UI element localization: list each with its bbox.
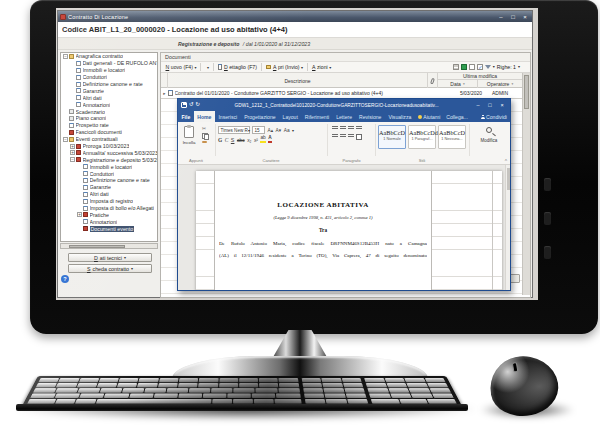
paste-button[interactable]: [184, 126, 194, 138]
sort-arrow-icon[interactable]: ▾: [511, 82, 513, 86]
toolbar-button-nuovo-f4-[interactable]: Nuovo (F4)▾: [163, 64, 197, 70]
tab-lettere[interactable]: Lettere: [333, 111, 356, 122]
tab-inserisci[interactable]: Inserisci: [215, 111, 241, 122]
tree-item[interactable]: Definizione canone e rate: [61, 81, 157, 88]
tree-item[interactable]: Scadenzario: [61, 108, 157, 115]
word-close-button[interactable]: ×: [497, 102, 507, 108]
tree-item[interactable]: Definizione canone e rate: [61, 177, 157, 184]
tree-item[interactable]: Garanzie: [61, 87, 157, 94]
tree-expander-icon[interactable]: −: [63, 137, 68, 142]
font-name-select[interactable]: Times New R▾: [218, 126, 250, 134]
tree-item[interactable]: Annotazioni: [61, 218, 157, 225]
style-card[interactable]: AaBbCcD1 Normale: [378, 125, 406, 149]
indent-decrease-icon[interactable]: [348, 126, 354, 132]
tree-item[interactable]: Documenti evento: [61, 225, 157, 232]
column-data[interactable]: Data ▾: [438, 80, 478, 88]
tree-item[interactable]: Garanzie: [61, 184, 157, 191]
tab-visualizza[interactable]: Visualizza: [385, 111, 415, 122]
tree-item[interactable]: Immobili e locatori: [61, 67, 157, 74]
save-icon[interactable]: [181, 102, 187, 108]
ribbon-collapse-icon[interactable]: ^: [505, 158, 507, 164]
tree-item[interactable]: −Eventi contrattuali: [61, 136, 157, 143]
tree-item[interactable]: Conduttori: [61, 74, 157, 81]
share-button[interactable]: Condividi: [478, 111, 510, 122]
tree-item[interactable]: +Pratiche: [61, 211, 157, 218]
indent-increase-icon[interactable]: [356, 126, 362, 132]
align-left-icon[interactable]: [332, 134, 338, 140]
app-maximize-button[interactable]: □: [508, 13, 518, 21]
toolbar-button-dettaglio-f7-[interactable]: Dettaglio (F7): [217, 64, 258, 70]
filter-dropdown-arrow[interactable]: ▾: [493, 64, 495, 69]
app-minimize-button[interactable]: –: [496, 13, 506, 21]
copy-icon[interactable]: [202, 133, 207, 138]
word-titlebar[interactable]: ↺ ↻ GDW1_1212_1_Contrattodel1012020-Cond…: [178, 99, 510, 111]
tab-riferimenti[interactable]: Riferimenti: [301, 111, 332, 122]
underline-button[interactable]: S: [231, 137, 235, 143]
word-vertical-scrollbar[interactable]: [505, 165, 510, 290]
font-size-select[interactable]: 15: [252, 126, 265, 134]
tree-expander-icon[interactable]: −: [63, 54, 68, 59]
word-maximize-button[interactable]: □: [485, 102, 495, 108]
borders-icon[interactable]: [356, 134, 362, 140]
align-center-icon[interactable]: [340, 134, 346, 140]
app-close-button[interactable]: ×: [520, 13, 530, 21]
tree-button[interactable]: Dati tecnici▾: [68, 253, 152, 262]
app-titlebar[interactable]: Contratto Di Locazione – □ ×: [58, 11, 532, 22]
italic-button[interactable]: C: [225, 137, 229, 143]
superscript-button[interactable]: x²: [254, 138, 258, 143]
shrink-font-icon[interactable]: A▾: [276, 128, 282, 133]
highlight-color-button[interactable]: ab: [260, 136, 265, 143]
numbered-list-icon[interactable]: [340, 126, 346, 132]
tree-item[interactable]: +Annualita' successiva 5/03/2023: [61, 149, 157, 156]
toolbar-button-azioni[interactable]: Azioni▾: [311, 64, 332, 70]
tree-expander-icon[interactable]: +: [70, 150, 75, 155]
document-page[interactable]: LOCAZIONE ABITATIVA (Legge 9 dicembre 19…: [196, 171, 502, 290]
line-spacing-icon[interactable]: [348, 134, 354, 140]
word-scrollbar-thumb[interactable]: [507, 168, 510, 190]
tab-revisione[interactable]: Revisione: [356, 111, 385, 122]
undo-icon[interactable]: ↺: [189, 102, 194, 108]
select-rows-icon[interactable]: [477, 64, 483, 70]
redo-icon[interactable]: ↻: [196, 102, 201, 108]
editing-group[interactable]: Modifica: [470, 122, 508, 164]
attachment-column-header[interactable]: [428, 73, 438, 88]
tree-horizontal-scrollbar[interactable]: [60, 243, 158, 249]
tree-item[interactable]: −Registrazione e deposito 5/03/2023: [61, 156, 157, 163]
change-case-icon[interactable]: Aa: [284, 128, 290, 133]
grid-view-icon[interactable]: [453, 64, 459, 70]
tree-button[interactable]: Scheda contratto▾: [68, 264, 152, 273]
style-card[interactable]: AaBbCcD1 Nessuna...: [438, 125, 466, 149]
tree-item[interactable]: Altri dati: [61, 94, 157, 101]
tree-item[interactable]: Immobili e locatori: [61, 163, 157, 170]
tree-expander-icon[interactable]: −: [70, 157, 75, 162]
format-painter-icon[interactable]: [202, 141, 207, 143]
tree-item[interactable]: −Anagrafica contratto: [61, 53, 157, 60]
toolbar-button-apri-invio-[interactable]: Apri (Invio)▾: [265, 64, 304, 70]
tree-expander-icon[interactable]: +: [77, 212, 82, 217]
tree-item[interactable]: Prospetto rate: [61, 122, 157, 129]
style-card[interactable]: AaBbCcDd1 Paragraf...: [408, 125, 436, 149]
layout-icon[interactable]: [469, 64, 475, 70]
tree-scrollbar-thumb[interactable]: [69, 245, 125, 248]
tree-item[interactable]: Imposta di bollo e/o Allegati: [61, 205, 157, 212]
tab-file[interactable]: File: [178, 111, 194, 122]
bold-button[interactable]: G: [218, 137, 222, 143]
toolbar-button-delete[interactable]: ▾: [204, 65, 210, 70]
rows-dropdown-arrow[interactable]: ▾: [518, 64, 520, 69]
tree-item[interactable]: +Proroga 10/03/2023: [61, 143, 157, 150]
export-excel-icon[interactable]: [461, 64, 467, 70]
column-operatore[interactable]: Operatore ▾: [478, 80, 522, 88]
tree-expander-icon[interactable]: +: [70, 144, 75, 149]
tree-item[interactable]: Piano canoni: [61, 115, 157, 122]
sort-arrow-icon[interactable]: ▾: [463, 82, 465, 86]
tab-collega[interactable]: Collega...: [443, 111, 471, 122]
column-ultima-modifica[interactable]: Ultima modifica: [438, 73, 522, 80]
tree-item[interactable]: Conduttori: [61, 170, 157, 177]
subscript-button[interactable]: x₂: [247, 138, 251, 143]
documents-scrollbar-thumb[interactable]: [524, 75, 529, 109]
tab-layout[interactable]: Layout: [279, 111, 301, 122]
strikethrough-button[interactable]: abc: [237, 138, 245, 143]
tab-progettazione[interactable]: Progettazione: [241, 111, 279, 122]
tree-item[interactable]: Altri dati: [61, 191, 157, 198]
cut-icon[interactable]: ✄: [202, 126, 207, 131]
